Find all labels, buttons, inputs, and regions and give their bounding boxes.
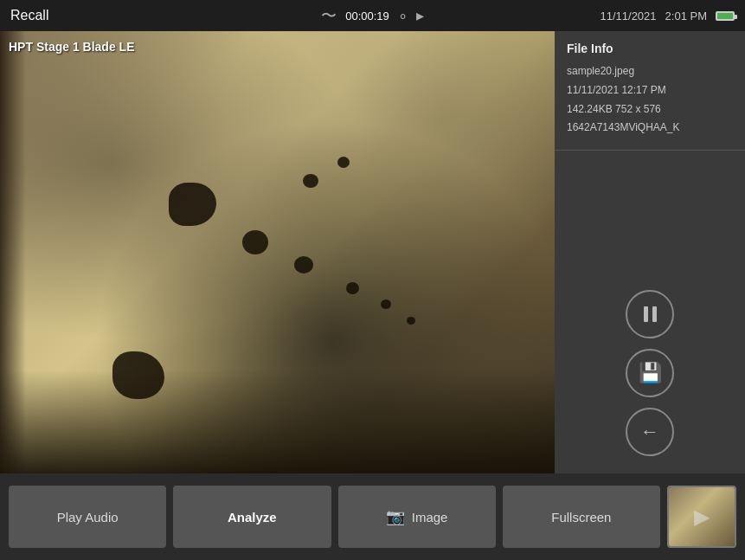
save-icon: 💾 xyxy=(639,362,662,384)
right-panel: File Info sample20.jpeg 11/11/2021 12:17… xyxy=(555,31,745,473)
damage-spot-3 xyxy=(294,256,313,274)
analyze-label: Analyze xyxy=(228,510,277,525)
thumbnail-button[interactable]: ▶ xyxy=(667,486,736,548)
damage-spot-9 xyxy=(337,157,350,168)
blade-visual xyxy=(0,31,555,473)
title-bar: Recall 〜 00:00:19 ∘ ▸ 11/11/2021 2:01 PM xyxy=(0,0,745,31)
damage-spot-5 xyxy=(381,299,391,309)
fullscreen-button[interactable]: Fullscreen xyxy=(503,486,660,548)
bottom-shadow xyxy=(0,370,555,473)
file-filename: sample20.jpeg xyxy=(567,64,733,79)
title-bar-center: 〜 00:00:19 ∘ ▸ xyxy=(321,5,424,26)
damage-spot-6 xyxy=(407,317,415,325)
back-arrow-icon: ← xyxy=(640,421,659,443)
image-label: HPT Stage 1 Blade LE xyxy=(9,40,134,54)
back-button[interactable]: ← xyxy=(626,408,674,456)
damage-spot-8 xyxy=(303,174,318,188)
bluetooth-icon: ∘ xyxy=(398,6,408,25)
file-hash: 1642A7143MViQHAA_K xyxy=(567,120,733,135)
pause-bar-1 xyxy=(644,306,648,322)
image-icon: 📷 xyxy=(386,507,405,526)
file-info: File Info sample20.jpeg 11/11/2021 12:17… xyxy=(555,31,745,151)
damage-spot-4 xyxy=(346,282,359,294)
main-content: HPT Stage 1 Blade LE File Info sample20.… xyxy=(0,31,745,473)
damage-spot-1 xyxy=(169,183,216,226)
header-date: 11/11/2021 xyxy=(600,10,657,23)
battery-icon xyxy=(716,11,735,21)
file-size-dims: 142.24KB 752 x 576 xyxy=(567,102,733,117)
bottom-bar: Play Audio Analyze 📷 Image Fullscreen ▶ xyxy=(0,473,745,560)
pause-button[interactable] xyxy=(626,290,674,338)
fullscreen-label: Fullscreen xyxy=(551,510,611,525)
analyze-button[interactable]: Analyze xyxy=(173,486,331,548)
file-datetime: 11/11/2021 12:17 PM xyxy=(567,83,733,98)
left-shadow xyxy=(0,31,26,473)
header-timer: 00:00:19 xyxy=(345,10,389,23)
app-name: Recall xyxy=(10,8,48,23)
image-area: HPT Stage 1 Blade LE xyxy=(0,31,555,473)
activity-icon: 〜 xyxy=(321,5,337,26)
wifi-icon: ▸ xyxy=(416,6,424,25)
thumbnail-icon: ▶ xyxy=(694,505,710,529)
save-button[interactable]: 💾 xyxy=(626,349,674,397)
control-buttons: 💾 ← xyxy=(555,151,745,473)
image-button[interactable]: 📷 Image xyxy=(338,486,496,548)
thumbnail-inner: ▶ xyxy=(669,487,735,546)
header-time: 2:01 PM xyxy=(665,10,707,23)
pause-bar-2 xyxy=(652,306,657,322)
play-audio-button[interactable]: Play Audio xyxy=(9,486,166,548)
image-label: Image xyxy=(412,510,448,525)
title-bar-right: 11/11/2021 2:01 PM xyxy=(600,10,735,23)
play-audio-label: Play Audio xyxy=(57,510,119,525)
file-info-title: File Info xyxy=(567,42,733,55)
damage-spot-2 xyxy=(242,230,268,254)
pause-icon xyxy=(644,306,657,322)
